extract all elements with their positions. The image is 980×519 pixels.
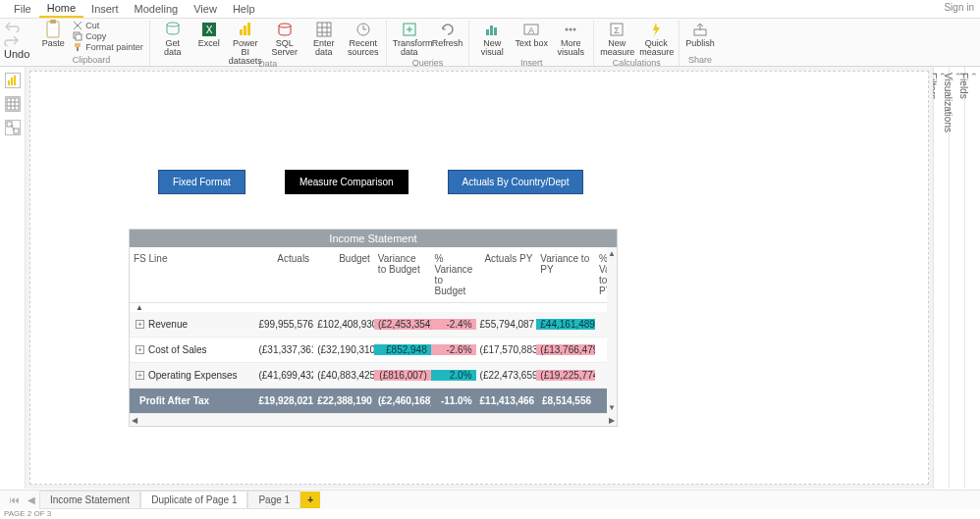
nav-actuals-by-country[interactable]: Actuals By Country/Dept: [448, 170, 584, 194]
workspace: Fixed Format Measure Comparison Actuals …: [0, 67, 980, 489]
pbi-datasets-button[interactable]: Power BI datasets: [229, 21, 262, 66]
svg-rect-10: [244, 26, 246, 35]
menu-help[interactable]: Help: [225, 1, 263, 17]
format-painter-button[interactable]: Format painter: [73, 42, 143, 52]
quick-measure-button[interactable]: Quick measure: [639, 21, 673, 57]
menu-view[interactable]: View: [186, 1, 225, 17]
col-pct-var-budget[interactable]: % Variance to Budget: [431, 247, 476, 302]
undo-redo-group: Undo: [4, 21, 33, 66]
svg-rect-4: [75, 43, 81, 47]
income-statement-table[interactable]: Income Statement FS Line Actuals Budget …: [129, 229, 618, 427]
clipboard-group: Paste Cut Copy Format painter Clipboard: [33, 21, 150, 66]
sql-icon: [276, 21, 294, 38]
insert-group: New visual AText box More visuals Insert: [469, 21, 594, 66]
share-group: Publish Share: [680, 21, 721, 66]
page-nav-prev[interactable]: ◀: [24, 494, 39, 505]
svg-rect-31: [7, 122, 12, 127]
table-icon: [315, 21, 333, 38]
svg-point-22: [570, 28, 572, 31]
get-data-button[interactable]: Get data: [156, 21, 190, 57]
chart-icon: [483, 21, 501, 38]
undo-group-label: Undo: [4, 48, 29, 60]
table-h-scrollbar[interactable]: ◀ ▶: [130, 414, 617, 426]
data-view-button[interactable]: [5, 96, 21, 112]
svg-rect-32: [14, 129, 19, 133]
svg-rect-5: [77, 47, 79, 51]
refresh-button[interactable]: Refresh: [432, 21, 463, 48]
svg-rect-13: [317, 23, 331, 36]
svg-rect-1: [50, 20, 56, 24]
recent-icon: [354, 21, 372, 38]
publish-icon: [691, 21, 709, 38]
menu-file[interactable]: File: [6, 1, 39, 17]
col-actuals[interactable]: Actuals: [254, 247, 313, 302]
measure-icon: Σ: [608, 21, 626, 38]
nav-fixed-format[interactable]: Fixed Format: [158, 170, 245, 194]
excel-button[interactable]: XExcel: [195, 21, 223, 48]
svg-rect-3: [76, 34, 82, 40]
scroll-left-icon[interactable]: ◀: [132, 416, 137, 425]
table-row[interactable]: +Revenue £99,955,576 £102,408,930 (£2,45…: [130, 312, 617, 337]
sql-server-button[interactable]: SQL Server: [268, 21, 301, 57]
col-budget[interactable]: Budget: [313, 247, 374, 302]
col-fs-line[interactable]: FS Line: [130, 247, 254, 302]
copy-button[interactable]: Copy: [73, 31, 143, 41]
table-row[interactable]: +Cost of Sales (£31,337,361) (£32,190,31…: [130, 337, 617, 363]
svg-rect-29: [14, 76, 16, 85]
more-visuals-button[interactable]: More visuals: [554, 21, 587, 57]
scroll-down-icon[interactable]: ▼: [608, 403, 616, 412]
redo-button[interactable]: [4, 34, 20, 46]
enter-data-button[interactable]: Enter data: [307, 21, 341, 57]
model-view-button[interactable]: [5, 120, 21, 135]
text-box-button[interactable]: AText box: [515, 21, 548, 48]
brush-icon: [73, 42, 82, 52]
fields-pane-toggle[interactable]: ‹Fields: [964, 67, 980, 489]
publish-button[interactable]: Publish: [685, 21, 715, 48]
col-var-py[interactable]: Variance to PY: [536, 247, 595, 302]
chevron-left-icon: ‹: [969, 73, 979, 479]
svg-rect-16: [486, 29, 489, 35]
menu-bar: File Home Insert Modeling View Help: [0, 0, 980, 18]
svg-rect-27: [8, 80, 10, 85]
page-tab[interactable]: Duplicate of Page 1: [140, 491, 247, 509]
cut-button[interactable]: Cut: [73, 21, 143, 30]
col-var-budget[interactable]: Variance to Budget: [374, 247, 431, 302]
menu-insert[interactable]: Insert: [83, 1, 127, 17]
new-measure-button[interactable]: ΣNew measure: [600, 21, 633, 57]
sort-indicator: ▲: [130, 303, 617, 312]
transform-data-button[interactable]: Transform data: [393, 21, 426, 57]
nav-measure-comparison[interactable]: Measure Comparison: [285, 170, 408, 194]
data-group: Get data XExcel Power BI datasets SQL Se…: [150, 21, 387, 66]
page-nav-first[interactable]: ⏮: [6, 494, 24, 505]
table-row[interactable]: +Operating Expenses (£41,699,432) (£40,8…: [130, 363, 617, 389]
sign-in-link[interactable]: Sign in: [944, 2, 974, 13]
scissors-icon: [73, 21, 82, 30]
svg-rect-17: [490, 26, 493, 35]
undo-button[interactable]: [4, 21, 20, 32]
recent-sources-button[interactable]: Recent sources: [347, 21, 380, 57]
expand-icon[interactable]: +: [136, 345, 144, 354]
page-tab[interactable]: Page 1: [247, 491, 300, 509]
new-visual-button[interactable]: New visual: [475, 21, 509, 57]
page-tab[interactable]: Income Statement: [39, 491, 140, 509]
table-header: FS Line Actuals Budget Variance to Budge…: [130, 247, 617, 303]
paste-button[interactable]: Paste: [39, 21, 67, 48]
report-canvas[interactable]: Fixed Format Measure Comparison Actuals …: [29, 71, 929, 485]
report-view-button[interactable]: [5, 73, 21, 88]
status-bar: PAGE 2 OF 3: [0, 509, 980, 519]
add-page-button[interactable]: +: [300, 492, 320, 508]
svg-text:A: A: [528, 26, 534, 35]
expand-icon[interactable]: +: [136, 320, 144, 329]
scroll-right-icon[interactable]: ▶: [609, 416, 615, 425]
ribbon: Undo Paste Cut Copy Format painter Clipb…: [0, 18, 980, 67]
col-actuals-py[interactable]: Actuals PY: [476, 247, 537, 302]
copy-icon: [73, 31, 82, 41]
table-v-scrollbar[interactable]: ▲ ▼: [607, 247, 617, 414]
expand-icon[interactable]: +: [136, 371, 144, 380]
menu-modeling[interactable]: Modeling: [127, 1, 187, 17]
scroll-up-icon[interactable]: ▲: [608, 249, 616, 258]
menu-home[interactable]: Home: [39, 0, 83, 18]
queries-group: Transform data Refresh Queries: [387, 21, 470, 66]
quick-icon: [647, 21, 665, 38]
svg-rect-18: [494, 27, 497, 35]
